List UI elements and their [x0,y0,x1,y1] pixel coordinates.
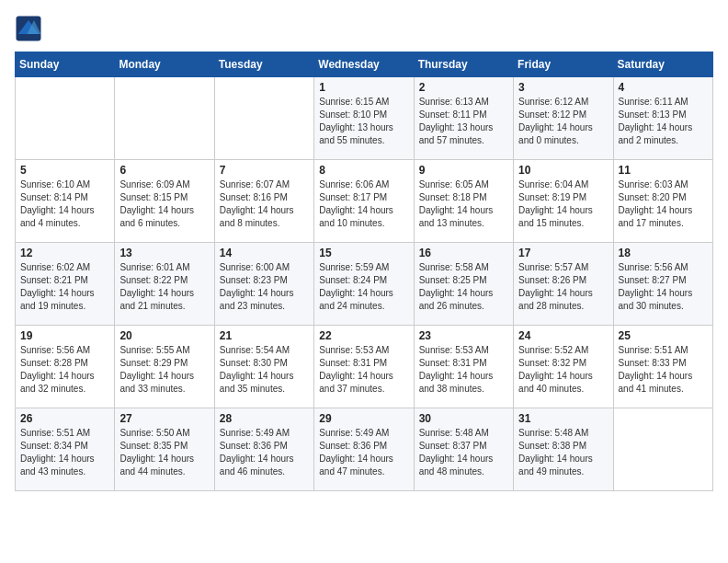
calendar-cell [115,77,214,160]
day-info: Sunrise: 6:02 AM Sunset: 8:21 PM Dayligh… [20,261,109,313]
day-number: 7 [220,164,309,177]
day-number: 2 [419,81,508,94]
day-number: 19 [20,329,109,342]
calendar-cell [214,77,313,160]
calendar-cell: 16Sunrise: 5:58 AM Sunset: 8:25 PM Dayli… [414,243,513,326]
day-info: Sunrise: 5:49 AM Sunset: 8:36 PM Dayligh… [220,427,309,478]
day-header-wednesday: Wednesday [314,52,414,77]
day-info: Sunrise: 6:09 AM Sunset: 8:15 PM Dayligh… [119,178,209,230]
calendar-cell: 13Sunrise: 6:01 AM Sunset: 8:22 PM Dayli… [115,243,214,326]
day-number: 4 [619,81,708,94]
calendar-cell: 6Sunrise: 6:09 AM Sunset: 8:15 PM Daylig… [115,160,214,243]
day-number: 24 [518,329,608,342]
calendar-cell: 27Sunrise: 5:50 AM Sunset: 8:35 PM Dayli… [115,408,214,491]
day-number: 3 [518,81,608,94]
day-number: 21 [220,329,309,342]
day-header-monday: Monday [115,52,214,77]
day-number: 15 [319,247,408,259]
calendar-cell [613,408,712,491]
calendar-cell: 7Sunrise: 6:07 AM Sunset: 8:16 PM Daylig… [214,160,313,243]
calendar-cell: 15Sunrise: 5:59 AM Sunset: 8:24 PM Dayli… [314,243,414,326]
calendar-week-row: 19Sunrise: 5:56 AM Sunset: 8:28 PM Dayli… [16,326,713,408]
day-info: Sunrise: 5:48 AM Sunset: 8:38 PM Dayligh… [518,427,608,478]
day-number: 20 [119,329,209,342]
calendar-week-row: 26Sunrise: 5:51 AM Sunset: 8:34 PM Dayli… [16,408,713,491]
day-info: Sunrise: 6:06 AM Sunset: 8:17 PM Dayligh… [319,178,408,230]
day-number: 31 [518,412,608,425]
calendar-week-row: 1Sunrise: 6:15 AM Sunset: 8:10 PM Daylig… [16,77,713,160]
calendar-cell: 4Sunrise: 6:11 AM Sunset: 8:13 PM Daylig… [613,77,712,160]
day-number: 30 [419,412,508,425]
day-info: Sunrise: 5:55 AM Sunset: 8:29 PM Dayligh… [119,344,209,396]
day-number: 14 [220,247,309,259]
day-number: 5 [20,164,109,177]
day-number: 23 [419,329,508,342]
day-number: 17 [518,247,608,259]
calendar-cell: 18Sunrise: 5:56 AM Sunset: 8:27 PM Dayli… [613,243,712,326]
day-number: 11 [619,164,708,177]
day-info: Sunrise: 5:50 AM Sunset: 8:35 PM Dayligh… [119,427,209,478]
calendar-cell: 19Sunrise: 5:56 AM Sunset: 8:28 PM Dayli… [16,326,115,408]
day-number: 25 [619,329,708,342]
day-number: 29 [319,412,408,425]
calendar-header-row: SundayMondayTuesdayWednesdayThursdayFrid… [16,52,713,77]
day-number: 13 [119,247,209,259]
calendar-cell: 24Sunrise: 5:52 AM Sunset: 8:32 PM Dayli… [514,326,613,408]
day-info: Sunrise: 6:01 AM Sunset: 8:22 PM Dayligh… [119,261,209,313]
day-number: 8 [319,164,408,177]
day-info: Sunrise: 6:03 AM Sunset: 8:20 PM Dayligh… [619,178,708,230]
header [15,15,713,42]
day-info: Sunrise: 5:49 AM Sunset: 8:36 PM Dayligh… [319,427,408,478]
day-number: 16 [419,247,508,259]
day-info: Sunrise: 5:58 AM Sunset: 8:25 PM Dayligh… [419,261,508,313]
day-header-friday: Friday [514,52,613,77]
day-header-thursday: Thursday [414,52,513,77]
calendar-cell: 8Sunrise: 6:06 AM Sunset: 8:17 PM Daylig… [314,160,414,243]
day-number: 1 [319,81,408,94]
calendar-cell: 5Sunrise: 6:10 AM Sunset: 8:14 PM Daylig… [16,160,115,243]
day-number: 10 [518,164,608,177]
calendar-cell: 14Sunrise: 6:00 AM Sunset: 8:23 PM Dayli… [214,243,313,326]
day-info: Sunrise: 5:53 AM Sunset: 8:31 PM Dayligh… [419,344,508,396]
day-info: Sunrise: 5:54 AM Sunset: 8:30 PM Dayligh… [220,344,309,396]
day-info: Sunrise: 5:48 AM Sunset: 8:37 PM Dayligh… [419,427,508,478]
calendar-cell: 25Sunrise: 5:51 AM Sunset: 8:33 PM Dayli… [613,326,712,408]
calendar-cell: 21Sunrise: 5:54 AM Sunset: 8:30 PM Dayli… [214,326,313,408]
calendar-cell: 3Sunrise: 6:12 AM Sunset: 8:12 PM Daylig… [514,77,613,160]
calendar-body: 1Sunrise: 6:15 AM Sunset: 8:10 PM Daylig… [16,77,713,491]
calendar-table: SundayMondayTuesdayWednesdayThursdayFrid… [15,52,713,491]
day-number: 22 [319,329,408,342]
calendar-cell: 17Sunrise: 5:57 AM Sunset: 8:26 PM Dayli… [514,243,613,326]
calendar-cell: 2Sunrise: 6:13 AM Sunset: 8:11 PM Daylig… [414,77,513,160]
calendar-week-row: 5Sunrise: 6:10 AM Sunset: 8:14 PM Daylig… [16,160,713,243]
day-number: 9 [419,164,508,177]
calendar-cell: 10Sunrise: 6:04 AM Sunset: 8:19 PM Dayli… [514,160,613,243]
day-info: Sunrise: 6:11 AM Sunset: 8:13 PM Dayligh… [619,96,708,147]
day-info: Sunrise: 5:59 AM Sunset: 8:24 PM Dayligh… [319,261,408,313]
day-info: Sunrise: 5:53 AM Sunset: 8:31 PM Dayligh… [319,344,408,396]
calendar-cell: 23Sunrise: 5:53 AM Sunset: 8:31 PM Dayli… [414,326,513,408]
day-info: Sunrise: 5:57 AM Sunset: 8:26 PM Dayligh… [518,261,608,313]
day-info: Sunrise: 5:56 AM Sunset: 8:27 PM Dayligh… [619,261,708,313]
calendar-cell: 9Sunrise: 6:05 AM Sunset: 8:18 PM Daylig… [414,160,513,243]
calendar-cell: 20Sunrise: 5:55 AM Sunset: 8:29 PM Dayli… [115,326,214,408]
day-info: Sunrise: 6:10 AM Sunset: 8:14 PM Dayligh… [20,178,109,230]
day-info: Sunrise: 6:15 AM Sunset: 8:10 PM Dayligh… [319,96,408,147]
day-header-tuesday: Tuesday [214,52,313,77]
calendar-cell: 29Sunrise: 5:49 AM Sunset: 8:36 PM Dayli… [314,408,414,491]
day-info: Sunrise: 5:51 AM Sunset: 8:34 PM Dayligh… [20,427,109,478]
day-info: Sunrise: 6:00 AM Sunset: 8:23 PM Dayligh… [220,261,309,313]
calendar-cell [16,77,115,160]
day-info: Sunrise: 6:05 AM Sunset: 8:18 PM Dayligh… [419,178,508,230]
calendar-cell: 30Sunrise: 5:48 AM Sunset: 8:37 PM Dayli… [414,408,513,491]
day-info: Sunrise: 6:12 AM Sunset: 8:12 PM Dayligh… [518,96,608,147]
day-header-saturday: Saturday [613,52,712,77]
calendar-week-row: 12Sunrise: 6:02 AM Sunset: 8:21 PM Dayli… [16,243,713,326]
day-header-sunday: Sunday [16,52,115,77]
day-number: 28 [220,412,309,425]
calendar-cell: 28Sunrise: 5:49 AM Sunset: 8:36 PM Dayli… [214,408,313,491]
day-number: 6 [119,164,209,177]
day-info: Sunrise: 5:51 AM Sunset: 8:33 PM Dayligh… [619,344,708,396]
day-info: Sunrise: 6:04 AM Sunset: 8:19 PM Dayligh… [518,178,608,230]
calendar-cell: 1Sunrise: 6:15 AM Sunset: 8:10 PM Daylig… [314,77,414,160]
